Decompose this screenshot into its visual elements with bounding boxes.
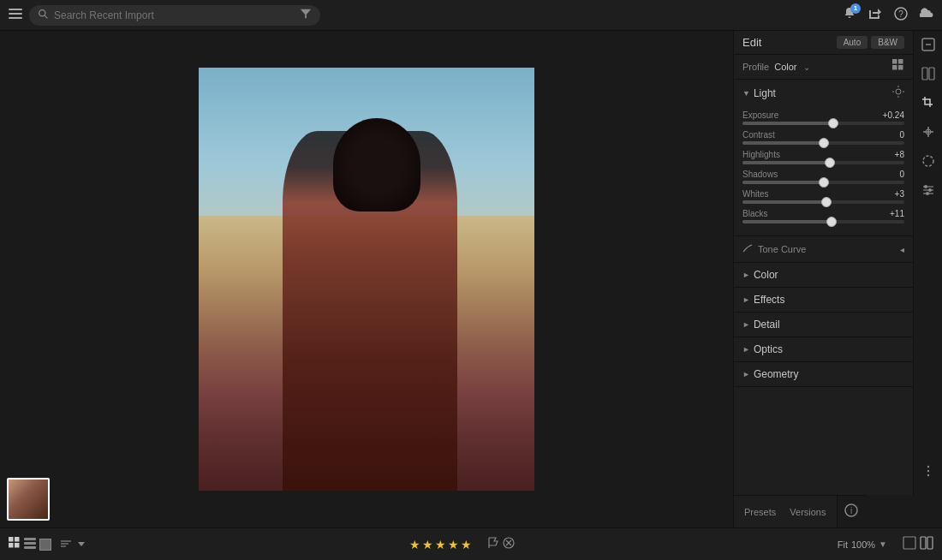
svg-rect-1 — [9, 13, 22, 15]
help-icon[interactable]: ? — [894, 7, 908, 24]
svg-rect-9 — [898, 59, 903, 64]
svg-rect-8 — [892, 59, 897, 64]
svg-point-26 — [924, 185, 927, 188]
star-5[interactable]: ★ — [461, 538, 472, 551]
svg-rect-37 — [15, 543, 20, 548]
slider-row-whites: Whites +3 — [742, 189, 904, 204]
search-box[interactable] — [29, 5, 320, 26]
sort-dropdown[interactable] — [75, 538, 87, 551]
info-icon[interactable]: i — [844, 503, 858, 521]
single-view-icon[interactable] — [903, 536, 916, 553]
split-view-icon[interactable] — [920, 536, 933, 553]
light-section: ▼ Light Exposure +0.24 Contrast — [734, 80, 913, 236]
slider-label: Exposure — [742, 110, 778, 120]
svg-rect-11 — [898, 65, 903, 70]
sort-controls[interactable] — [60, 538, 87, 551]
svg-text:?: ? — [898, 9, 903, 19]
svg-point-28 — [926, 192, 929, 195]
light-section-icon[interactable] — [892, 86, 904, 101]
light-chevron-icon: ▼ — [742, 89, 750, 98]
star-3[interactable]: ★ — [435, 538, 446, 551]
slider-track[interactable] — [742, 141, 904, 145]
search-input[interactable] — [54, 9, 295, 21]
slider-value: +8 — [895, 150, 904, 159]
main-photo — [199, 68, 534, 491]
section-effects[interactable]: ► Effects — [734, 288, 913, 313]
svg-point-22 — [923, 156, 933, 166]
star-1[interactable]: ★ — [409, 538, 420, 551]
slider-label: Contrast — [742, 130, 775, 140]
thumbnail-item[interactable] — [7, 478, 50, 521]
slider-label-row: Exposure +0.24 — [742, 110, 904, 120]
svg-point-27 — [928, 188, 932, 192]
svg-point-30 — [927, 470, 928, 472]
share-icon[interactable] — [868, 7, 882, 24]
section-geometry[interactable]: ► Geometry — [734, 362, 913, 387]
slider-track[interactable] — [742, 200, 904, 204]
section-detail[interactable]: ► Detail — [734, 313, 913, 337]
svg-rect-10 — [892, 65, 897, 70]
sort-icon — [60, 538, 72, 551]
center-area — [0, 31, 733, 527]
presets-tab[interactable]: Presets — [737, 503, 783, 521]
star-2[interactable]: ★ — [422, 538, 433, 551]
star-rating[interactable]: ★ ★ ★ ★ ★ — [409, 538, 472, 551]
bottom-bar: ★ ★ ★ ★ ★ Fit 100% ▼ — [0, 527, 942, 560]
slider-label-row: Blacks +11 — [742, 209, 904, 218]
compare-icon[interactable] — [921, 67, 935, 84]
light-section-title: Light — [754, 87, 776, 99]
reject-icon[interactable] — [503, 537, 515, 552]
preset-icon[interactable] — [921, 183, 935, 200]
slider-track[interactable] — [742, 181, 904, 184]
auto-button[interactable]: Auto — [837, 36, 868, 49]
edit-tool-icon[interactable] — [921, 38, 935, 55]
grid-view-icon[interactable] — [9, 537, 21, 552]
masking-icon[interactable] — [921, 154, 935, 171]
fit-zoom-control[interactable]: Fit 100% ▼ — [838, 539, 887, 550]
slider-track[interactable] — [742, 220, 904, 223]
tone-curve-icon — [742, 241, 753, 257]
far-right-bottom — [921, 464, 935, 488]
profile-grid-icon[interactable] — [892, 59, 904, 74]
list-view-icon[interactable] — [24, 537, 36, 552]
zoom-chevron-icon[interactable]: ▼ — [879, 539, 887, 549]
healing-icon[interactable] — [921, 125, 935, 142]
color-swatch[interactable] — [39, 539, 51, 551]
fit-label: Fit — [838, 539, 848, 550]
top-bar: 1 ? — [0, 0, 942, 31]
section-chevron-icon: ► — [742, 271, 750, 279]
bottom-far-right: i — [837, 495, 866, 527]
svg-marker-5 — [301, 9, 311, 18]
hamburger-icon[interactable] — [9, 7, 22, 24]
tone-curve-row[interactable]: Tone Curve ◂ — [734, 236, 913, 263]
star-4[interactable]: ★ — [448, 538, 459, 551]
versions-tab[interactable]: Versions — [783, 503, 832, 521]
svg-rect-35 — [15, 537, 20, 542]
notification-bell[interactable]: 1 — [843, 7, 856, 24]
section-color[interactable]: ► Color — [734, 263, 913, 288]
slider-row-contrast: Contrast 0 — [742, 130, 904, 145]
profile-row: Profile Color ⌄ — [734, 55, 913, 80]
view-icons — [9, 537, 51, 552]
cloud-icon[interactable] — [920, 7, 933, 24]
crop-icon[interactable] — [921, 96, 935, 113]
filter-icon[interactable] — [300, 8, 312, 23]
bw-button[interactable]: B&W — [871, 36, 904, 49]
slider-label: Blacks — [742, 209, 767, 218]
light-section-header[interactable]: ▼ Light — [734, 80, 913, 107]
svg-rect-38 — [24, 538, 36, 540]
svg-point-3 — [39, 9, 45, 15]
slider-value: 0 — [899, 130, 904, 140]
flag-icon[interactable] — [487, 537, 499, 552]
notification-badge: 1 — [850, 3, 861, 14]
far-right-bar — [913, 31, 942, 495]
svg-point-12 — [896, 89, 901, 94]
profile-value[interactable]: Color — [774, 62, 796, 72]
slider-track[interactable] — [742, 122, 904, 125]
section-optics[interactable]: ► Optics — [734, 337, 913, 362]
more-options-icon[interactable] — [921, 464, 935, 481]
slider-track[interactable] — [742, 161, 904, 164]
thumbnail-strip — [0, 471, 57, 527]
profile-chevron-icon[interactable]: ⌄ — [803, 63, 810, 72]
svg-text:i: i — [850, 506, 852, 515]
